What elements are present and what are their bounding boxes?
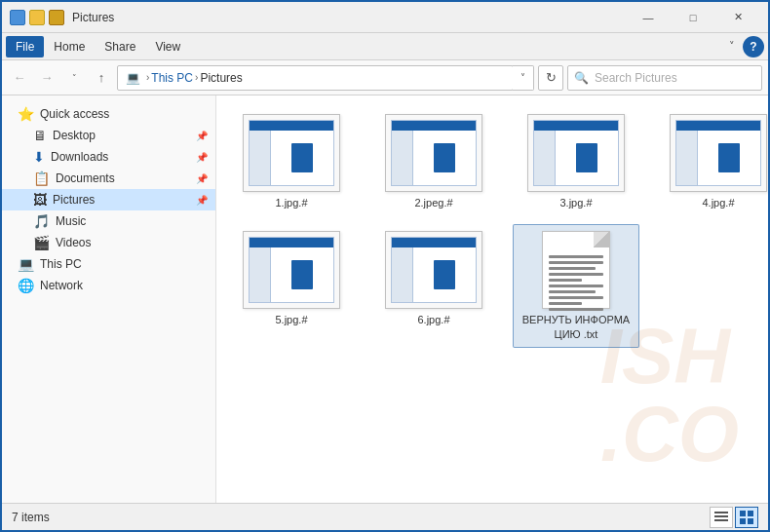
svg-rect-6 — [748, 518, 753, 524]
grid-view-button[interactable] — [735, 507, 758, 528]
grid-view-icon — [740, 511, 753, 524]
pictures-icon: 🖼 — [33, 192, 47, 208]
main-area: ⭐ Quick access 🖥 Desktop 📌 ⬇ Downloads 📌… — [2, 95, 768, 503]
back-button[interactable]: ← — [8, 66, 31, 90]
svg-rect-1 — [714, 515, 728, 517]
file-label-2: 2.jpeg.# — [414, 196, 452, 209]
sidebar-item-desktop[interactable]: 🖥 Desktop 📌 — [2, 125, 215, 146]
documents-icon: 📋 — [33, 171, 50, 186]
maximize-button[interactable]: □ — [671, 2, 715, 33]
menu-home[interactable]: Home — [44, 36, 95, 57]
documents-pin-icon: 📌 — [196, 173, 208, 184]
desktop-pin-icon: 📌 — [196, 131, 208, 141]
file-label-4: 4.jpg.# — [702, 196, 734, 209]
minimize-button[interactable]: — — [626, 2, 671, 33]
help-button[interactable]: ? — [743, 36, 764, 57]
forward-button[interactable]: → — [35, 66, 58, 90]
sidebar-item-network[interactable]: 🌐 Network — [2, 275, 215, 296]
svg-rect-5 — [740, 518, 746, 524]
sidebar-item-videos[interactable]: 🎬 Videos — [2, 232, 215, 253]
close-button[interactable]: ✕ — [715, 2, 760, 33]
sidebar-item-documents[interactable]: 📋 Documents 📌 — [2, 168, 215, 189]
path-separator-2: › — [195, 72, 198, 83]
titlebar-app-icons — [10, 10, 64, 25]
sidebar-item-pictures[interactable]: 🖼 Pictures 📌 — [2, 189, 215, 210]
item-count-label: 7 items — [12, 511, 50, 524]
file-item-7[interactable]: ВЕРНУТЬ ИНФОРМАЦИЮ .txt — [513, 224, 639, 348]
file-thumbnail-1 — [243, 114, 340, 192]
nav-dropdown-button[interactable]: ˅ — [62, 66, 86, 90]
star-icon: ⭐ — [18, 106, 34, 122]
content-area: ISH.CO — [216, 95, 768, 503]
search-box[interactable]: 🔍 Search Pictures — [567, 65, 762, 91]
list-view-icon — [714, 511, 728, 524]
window-title: Pictures — [72, 11, 626, 24]
network-icon: 🌐 — [18, 278, 34, 293]
menu-view[interactable]: View — [145, 36, 190, 57]
sidebar-item-music[interactable]: 🎵 Music — [2, 210, 215, 232]
path-computer-icon: 💻 — [126, 71, 140, 85]
file-thumbnail-2 — [385, 114, 482, 192]
sidebar-network-label: Network — [40, 279, 83, 292]
file-label-6: 6.jpg.# — [417, 313, 449, 326]
statusbar: 7 items — [2, 503, 768, 530]
path-current-folder: Pictures — [200, 71, 242, 85]
this-pc-icon: 💻 — [18, 256, 34, 272]
app-icon-1 — [10, 10, 25, 25]
file-thumbnail-7 — [542, 231, 610, 309]
app-icon-3 — [49, 10, 64, 25]
explorer-window: Pictures — □ ✕ File Home Share View ˅ ? … — [0, 0, 770, 532]
path-this-pc[interactable]: This PC — [151, 71, 193, 85]
sidebar-quick-access-label: Quick access — [40, 107, 109, 121]
refresh-button[interactable]: ↻ — [538, 65, 563, 91]
search-placeholder: Search Pictures — [595, 71, 677, 85]
titlebar: Pictures — □ ✕ — [2, 2, 768, 33]
sidebar-videos-label: Videos — [56, 236, 91, 249]
file-item-3[interactable]: 3.jpg.# — [513, 107, 639, 216]
menu-share[interactable]: Share — [95, 36, 145, 57]
downloads-pin-icon: 📌 — [196, 152, 208, 163]
file-label-5: 5.jpg.# — [275, 313, 307, 326]
file-item-6[interactable]: 6.jpg.# — [370, 224, 497, 348]
up-button[interactable]: ↑ — [90, 66, 113, 90]
list-view-button[interactable] — [710, 507, 733, 528]
desktop-icon: 🖥 — [33, 128, 47, 143]
sidebar-pictures-label: Pictures — [53, 193, 95, 207]
address-dropdown-button[interactable]: ˅ — [513, 65, 534, 91]
file-item-2[interactable]: 2.jpeg.# — [370, 107, 497, 216]
sidebar-desktop-label: Desktop — [53, 129, 96, 142]
svg-rect-4 — [748, 511, 753, 516]
videos-icon: 🎬 — [33, 235, 50, 250]
menu-file[interactable]: File — [6, 36, 44, 57]
app-icon-2 — [29, 10, 45, 25]
pictures-pin-icon: 📌 — [196, 195, 208, 206]
path-separator-1: › — [146, 72, 149, 83]
file-item-5[interactable]: 5.jpg.# — [228, 224, 355, 348]
file-item-1[interactable]: 1.jpg.# — [228, 107, 355, 216]
music-icon: 🎵 — [33, 213, 50, 229]
file-item-4[interactable]: 4.jpg.# — [655, 107, 768, 216]
sidebar-music-label: Music — [56, 214, 86, 228]
file-label-1: 1.jpg.# — [275, 196, 307, 209]
svg-rect-3 — [740, 511, 746, 516]
sidebar-downloads-label: Downloads — [51, 150, 108, 164]
address-path[interactable]: 💻 › This PC › Pictures — [117, 65, 514, 91]
files-grid: 1.jpg.# — [228, 107, 756, 348]
svg-rect-2 — [714, 519, 728, 521]
sidebar-this-pc-label: This PC — [40, 257, 82, 271]
file-thumbnail-5 — [243, 231, 340, 309]
sidebar-item-downloads[interactable]: ⬇ Downloads 📌 — [2, 146, 215, 168]
file-thumbnail-6 — [385, 231, 482, 309]
menubar-chevron-icon[interactable]: ˅ — [721, 36, 743, 57]
downloads-icon: ⬇ — [33, 149, 45, 165]
file-label-3: 3.jpg.# — [559, 196, 592, 209]
sidebar: ⭐ Quick access 🖥 Desktop 📌 ⬇ Downloads 📌… — [2, 95, 216, 503]
sidebar-documents-label: Documents — [56, 171, 115, 185]
window-controls: — □ ✕ — [626, 2, 760, 33]
sidebar-item-quick-access[interactable]: ⭐ Quick access — [2, 103, 215, 125]
sidebar-item-this-pc[interactable]: 💻 This PC — [2, 253, 215, 275]
file-thumbnail-4 — [670, 114, 767, 192]
addressbar: ← → ˅ ↑ 💻 › This PC › Pictures ˅ ↻ 🔍 Sea… — [2, 60, 768, 95]
file-thumbnail-3 — [527, 114, 625, 192]
view-toggle — [710, 507, 758, 528]
